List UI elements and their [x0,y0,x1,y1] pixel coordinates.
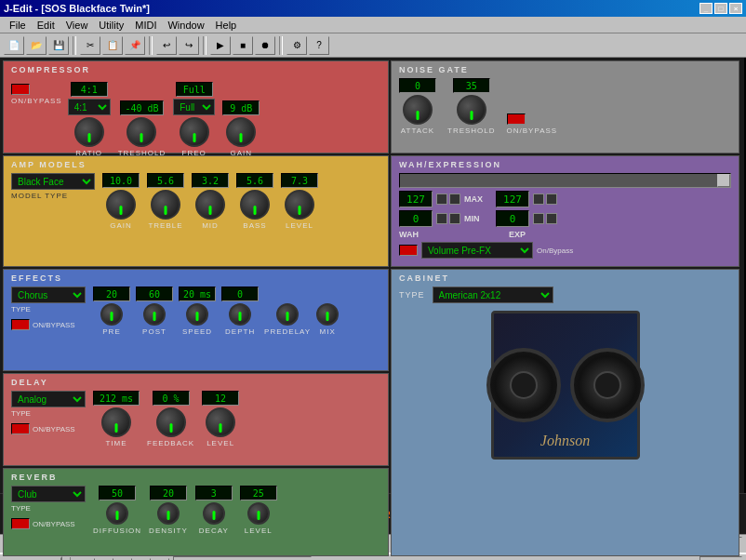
menu-file[interactable]: File [4,18,32,33]
title-bar: J-Edit - [SOS Blackface Twin*] _ □ × [0,0,746,17]
effects-mix-label: Mix [320,327,336,336]
wah-min2-spinner-up[interactable] [533,213,544,224]
reverb-level-knob[interactable] [247,502,270,525]
delay-level-knob[interactable] [206,407,235,437]
wah-max2-spinner-up[interactable] [533,193,544,205]
amp-mid-knob[interactable] [195,190,225,220]
effects-type-select[interactable]: Chorus Flanger Phaser [11,287,86,303]
maximize-button[interactable]: □ [714,3,727,14]
menu-midi[interactable]: MIDI [129,18,162,33]
amp-level-knob[interactable] [285,190,314,220]
cabinet-type-select[interactable]: American 2x12 British 4x12 Small 1x12 [433,287,553,303]
wah-bypass-toggle[interactable] [399,245,418,256]
exp-label: EXP [509,230,526,239]
menu-window[interactable]: Window [162,18,209,33]
reverb-decay-knob[interactable] [203,502,225,525]
wah-min-label: MIN [464,214,492,223]
wah-slider[interactable] [399,173,731,188]
amp-bass-knob[interactable] [240,190,270,220]
reverb-bypass-toggle[interactable] [11,518,30,529]
paste-button[interactable]: 📌 [125,36,145,55]
menu-view[interactable]: View [60,18,94,33]
open-button[interactable]: 📂 [26,36,47,55]
title-bar-buttons: _ □ × [699,3,742,14]
wah-min-val2: 0 [496,210,529,227]
effects-pre-knob[interactable] [100,303,123,326]
stop-button[interactable]: ■ [233,36,253,55]
delay-feedback-knob[interactable] [156,407,186,437]
compressor-freq-select[interactable]: FullLowMid [173,99,215,115]
wah-max-label: MAX [464,194,492,204]
compressor-freq-knob[interactable] [180,117,209,147]
menu-help[interactable]: Help [210,18,243,33]
reverb-type-select[interactable]: Club Hall Room Spring [11,486,86,502]
compressor-section: COMPRESSOR On/Bypass 4:1 4:18:116:1 Rati… [3,60,389,153]
start-button[interactable]: 🪟 Start [4,556,62,560]
speaker-cone-left [510,371,538,399]
wah-max-spinner-up[interactable] [436,193,447,205]
effects-type-label: Type [11,305,86,313]
settings-button[interactable]: ⚙ [286,36,307,55]
close-button[interactable]: × [729,3,742,14]
noise-gate-attack-knob[interactable] [403,95,433,125]
compressor-treshold-knob[interactable] [127,117,156,147]
reverb-density-knob[interactable] [157,502,180,525]
delay-time-knob[interactable] [101,407,131,437]
effects-predelay-knob[interactable] [276,303,299,326]
compressor-gain-knob-container: 9 dB Gain [222,100,260,157]
effects-pre-label: Pre [102,327,120,336]
amp-bass-display: 5.6 [236,173,273,188]
cabinet-image: Johnson [491,311,640,460]
compressor-title: COMPRESSOR [11,65,380,74]
save-button[interactable]: 💾 [48,36,69,55]
copy-button[interactable]: 📋 [102,36,123,55]
compressor-bypass-toggle[interactable] [11,84,30,95]
title-text: J-Edit - [SOS Blackface Twin*] [4,3,150,14]
effects-speed-knob[interactable] [186,303,208,326]
effects-predelay-label: PreDelay [264,327,311,336]
noise-gate-bypass-toggle[interactable] [507,113,526,125]
delay-level-knob-container: 12 Level [202,391,239,447]
minimize-button[interactable]: _ [699,3,713,14]
amp-model-select[interactable]: Black Face Modern Brit Stack [11,173,95,190]
help-btn[interactable]: ? [309,36,329,55]
compressor-bypass-label: On/Bypass [11,97,62,105]
wah-min2-spinner-down[interactable] [546,213,557,224]
redo-button[interactable]: ↪ [179,36,199,55]
effects-depth-knob[interactable] [229,303,251,326]
noise-gate-title: Noise Gate [399,65,731,74]
delay-bypass-toggle[interactable] [11,423,30,434]
undo-button[interactable]: ↩ [156,36,177,55]
separator-3 [203,36,206,55]
effects-title: EFFECTS [11,273,380,283]
reverb-density-label: Density [149,527,188,535]
effects-predelay-knob-container: PreDelay [264,303,311,336]
delay-type-select[interactable]: Analog Digital Tape [11,391,86,407]
amp-level-display: 7.3 [281,173,318,188]
amp-treble-knob[interactable] [151,190,180,220]
reverb-level-label: Level [245,527,273,535]
new-button[interactable]: 📄 [4,36,24,55]
wah-mode-select[interactable]: Volume Pre-FX Volume Post-FX Wah [421,242,533,259]
compressor-ratio-select[interactable]: 4:18:116:1 [68,99,111,115]
wah-max2-spinner-down[interactable] [546,193,557,205]
wah-min-spinner-down[interactable] [449,213,460,224]
play-button[interactable]: ▶ [210,36,231,55]
effects-mix-knob[interactable] [316,303,339,326]
effects-bypass-toggle[interactable] [11,319,30,330]
noise-gate-treshold-knob[interactable] [457,95,486,125]
reverb-bypass-label: On/Bypass [33,520,75,528]
reverb-diffusion-knob[interactable] [106,502,128,525]
record-button[interactable]: ⏺ [255,36,275,55]
compressor-gain-knob[interactable] [226,117,256,147]
effects-post-label: Post [142,327,167,336]
cut-button[interactable]: ✂ [80,36,100,55]
wah-max-spinner-down[interactable] [449,193,460,205]
menu-utility[interactable]: Utility [93,18,129,33]
taskbar-app-item[interactable]: 🎸 J-Edit - [SOS Blackfa... [173,556,311,560]
menu-edit[interactable]: Edit [32,18,60,33]
wah-min-spinner-up[interactable] [436,213,447,224]
compressor-ratio-knob[interactable] [74,117,104,147]
amp-gain-knob[interactable] [106,190,136,220]
effects-post-knob[interactable] [143,303,166,326]
